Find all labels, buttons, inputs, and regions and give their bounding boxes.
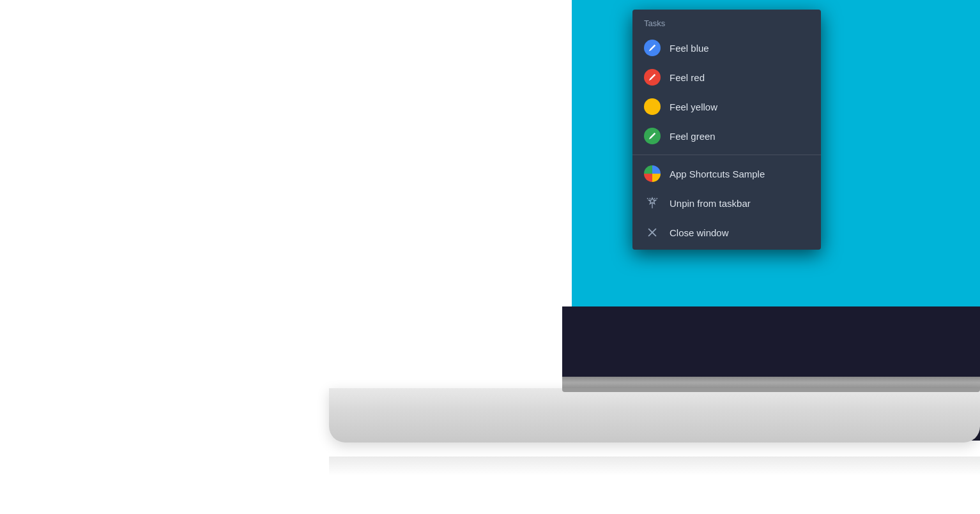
context-menu-item-feel-blue[interactable]: Feel blue <box>632 33 821 63</box>
feel-yellow-label: Feel yellow <box>670 102 717 112</box>
context-menu-item-feel-yellow[interactable]: Feel yellow <box>632 92 821 121</box>
unpin-label: Unpin from taskbar <box>670 198 751 209</box>
context-menu-item-close[interactable]: Close window <box>632 218 821 250</box>
context-menu-item-feel-red[interactable]: Feel red <box>632 63 821 92</box>
close-label: Close window <box>670 227 729 238</box>
app-shortcuts-icon <box>644 165 661 182</box>
app-name-label: App Shortcuts Sample <box>670 169 765 179</box>
feel-blue-icon <box>644 40 661 56</box>
context-menu-item-unpin[interactable]: Unpin from taskbar <box>632 188 821 218</box>
unpin-icon <box>644 195 661 211</box>
feel-red-icon <box>644 69 661 86</box>
laptop-hinge-notch <box>562 388 980 392</box>
context-menu: Tasks Feel blue Feel red Feel yellow Fee… <box>632 10 821 250</box>
context-menu-item-feel-green[interactable]: Feel green <box>632 121 821 151</box>
context-menu-app-name: App Shortcuts Sample <box>632 159 821 188</box>
ground-shadow <box>329 457 980 476</box>
laptop-bezel <box>562 306 980 383</box>
context-menu-divider <box>632 155 821 155</box>
feel-red-label: Feel red <box>670 72 705 83</box>
feel-blue-label: Feel blue <box>670 43 709 54</box>
laptop-base <box>329 388 980 442</box>
context-menu-section-label: Tasks <box>632 10 821 33</box>
close-x-icon <box>644 224 661 241</box>
feel-green-label: Feel green <box>670 131 716 142</box>
feel-green-icon <box>644 128 661 144</box>
laptop-hinge <box>562 377 980 388</box>
feel-yellow-icon <box>644 98 661 115</box>
